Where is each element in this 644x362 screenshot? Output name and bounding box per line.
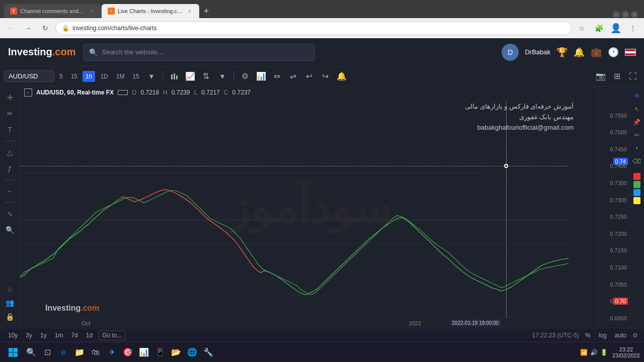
refresh-button[interactable]: ↻ [38, 21, 52, 35]
tray-wifi[interactable]: 📶 [580, 348, 588, 356]
back-tool[interactable]: ← [3, 184, 17, 198]
pencil-right-tool[interactable]: ✏ [631, 130, 642, 141]
pin-tool[interactable]: 📌 [631, 117, 642, 128]
forward-button[interactable]: → [21, 21, 35, 35]
new-tab-button[interactable]: + [199, 4, 213, 18]
color-green-swatch[interactable] [633, 181, 640, 188]
auto-mode[interactable]: auto [613, 331, 628, 340]
taskbar-edge[interactable]: e [56, 345, 70, 359]
username[interactable]: DrBabak [525, 48, 550, 56]
clock-icon[interactable]: 🕐 [608, 47, 619, 58]
range-7d[interactable]: 7d [69, 331, 79, 340]
layout-button[interactable]: ⊞ [610, 69, 624, 83]
tab-close-2[interactable]: × [186, 8, 193, 15]
bookmark-button[interactable]: ☆ [575, 21, 589, 35]
timeframe-15b[interactable]: 15 [129, 71, 142, 82]
taskbar-app4[interactable]: 📂 [169, 345, 183, 359]
dot-tool[interactable]: • [631, 143, 642, 154]
language-flag[interactable] [625, 49, 636, 56]
tray-battery[interactable]: 🔋 [600, 348, 608, 356]
taskbar-app2[interactable]: 📊 [137, 345, 151, 359]
back-button[interactable]: ← [4, 21, 18, 35]
indicators-button[interactable]: 📊 [254, 69, 268, 83]
undo-button[interactable]: ↩ [302, 69, 316, 83]
timeframe-1h[interactable]: 1h [83, 71, 95, 82]
color-red-swatch[interactable] [633, 173, 640, 180]
fibonacci-tool[interactable]: ƒ [3, 161, 17, 175]
percent-mode[interactable]: % [583, 331, 593, 340]
line-chart-button[interactable]: 📈 [183, 69, 197, 83]
cursor-right-tool[interactable]: ↖ [631, 104, 642, 115]
screenshot-button[interactable]: 📷 [594, 69, 608, 83]
scale-button[interactable]: ⇔ [270, 69, 284, 83]
search-input[interactable]: Search the website... [102, 48, 309, 56]
tab-title-2: Live Charts - Investing.com [118, 8, 183, 14]
alert-button[interactable]: 🔔 [335, 69, 349, 83]
search-icon: 🔍 [89, 48, 98, 56]
redo-button[interactable]: ↪ [318, 69, 333, 83]
lock-tool[interactable]: 🔒 [3, 310, 17, 324]
more-timeframes-button[interactable]: ▾ [144, 69, 158, 83]
start-button[interactable] [4, 343, 22, 361]
range-3y[interactable]: 3y [24, 331, 34, 340]
symbol-selector[interactable]: AUD/USD [4, 70, 54, 82]
zoom-tool[interactable]: 🔍 [3, 223, 17, 237]
address-bar[interactable]: 🔒 investing.com/charts/live-charts [55, 21, 572, 35]
clock[interactable]: 23:22 23/02/2022 [612, 346, 640, 358]
log-mode[interactable]: log [597, 331, 609, 340]
portfolio-icon[interactable]: 💼 [591, 47, 602, 58]
community-tool[interactable]: 👥 [3, 296, 17, 310]
draw-tool[interactable]: ✏ [3, 107, 17, 121]
range-1d[interactable]: 1d [84, 331, 95, 340]
search-bar[interactable]: 🔍 Search the website... [84, 44, 315, 61]
left-tools-panel: ✛ ✏ T △ ƒ ← ∿ 🔍 ⌂ 👥 🔒 [0, 86, 20, 328]
timeframe-1m[interactable]: 1M [113, 71, 128, 82]
range-1m[interactable]: 1m [53, 331, 65, 340]
minimize-button[interactable]: ─ [613, 11, 620, 18]
goto-button[interactable]: Go to... [99, 330, 125, 340]
taskbar-app5[interactable]: 🌐 [185, 345, 199, 359]
tab-channel[interactable]: Y Channel comments and mentio... × [4, 4, 102, 18]
notification-icon[interactable]: 🔔 [574, 47, 585, 58]
home-tool[interactable]: ⌂ [3, 282, 17, 296]
tray-volume[interactable]: 🔊 [590, 348, 598, 356]
compare-button[interactable]: ⇅ [199, 69, 213, 83]
eraser-tool[interactable]: ⌫ [631, 156, 642, 167]
chart-settings-icon[interactable]: ⚙ [632, 332, 638, 339]
pro-icon[interactable]: 🏆 [556, 47, 568, 58]
taskbar-taskview[interactable]: ⊡ [40, 345, 54, 359]
timeframe-5[interactable]: 5 [56, 71, 66, 82]
visibility-tool[interactable]: 👁 [631, 90, 642, 102]
profile-button[interactable]: 👤 [609, 21, 623, 35]
bar-chart-button[interactable] [167, 69, 181, 83]
compare-overlay[interactable]: ⇌ [286, 69, 300, 83]
taskbar-app6[interactable]: 🔧 [201, 345, 215, 359]
tab-investing[interactable]: i Live Charts - Investing.com × [102, 4, 199, 18]
shapes-tool[interactable]: △ [3, 145, 17, 159]
close-window-button[interactable]: × [631, 11, 638, 18]
color-blue-swatch[interactable] [633, 189, 640, 196]
more-chart-types[interactable]: ▾ [215, 69, 229, 83]
cursor-tool[interactable]: ✛ [3, 90, 17, 105]
taskbar-search[interactable]: 🔍 [24, 345, 38, 359]
range-1y[interactable]: 1y [38, 331, 49, 340]
taskbar-app1[interactable]: 🎯 [121, 345, 135, 359]
range-10y[interactable]: 10y [6, 331, 20, 340]
timeframe-15[interactable]: 15 [68, 71, 80, 82]
taskbar-app3[interactable]: 📱 [153, 345, 167, 359]
tab-close-1[interactable]: × [89, 8, 96, 15]
settings-button[interactable]: ⋮ [626, 21, 640, 35]
chart-toggle[interactable]: − [24, 88, 32, 97]
settings-button[interactable]: ⚙ [238, 69, 252, 83]
indicator-tool[interactable]: ∿ [3, 207, 17, 221]
taskbar-explorer[interactable]: 📁 [72, 345, 87, 359]
text-tool[interactable]: T [3, 123, 17, 137]
taskbar-store[interactable]: 🛍 [89, 345, 103, 359]
fullscreen-button[interactable]: ⛶ [626, 69, 640, 83]
taskbar-telegram[interactable]: ✈ [105, 345, 119, 359]
maximize-button[interactable]: □ [622, 11, 629, 18]
extensions-button[interactable]: 🧩 [592, 21, 606, 35]
color-yellow-swatch[interactable] [633, 197, 640, 204]
timeframe-1d[interactable]: 1D [97, 71, 111, 82]
avatar[interactable]: D [502, 44, 519, 61]
